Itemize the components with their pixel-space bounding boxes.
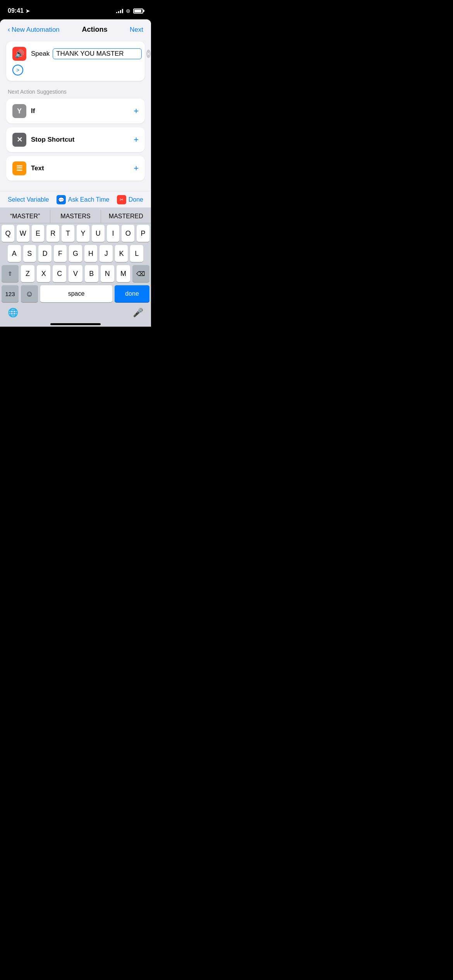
speak-text-input[interactable] [53, 48, 142, 59]
key-z[interactable]: Z [21, 265, 34, 282]
time-display: 09:41 [8, 7, 24, 14]
wifi-icon: ⊛ [126, 8, 130, 14]
key-j[interactable]: J [100, 245, 113, 262]
chevron-right-icon: > [16, 67, 19, 73]
nav-bar: ‹ New Automation Actions Next [0, 19, 151, 38]
microphone-icon[interactable]: 🎤 [133, 308, 143, 318]
status-bar: 09:41 ➤ ⊛ [0, 0, 151, 19]
space-key[interactable]: space [40, 285, 112, 302]
location-icon: ➤ [26, 8, 30, 14]
space-label: space [68, 290, 85, 297]
ask-each-time-button[interactable]: 💬 Ask Each Time [57, 195, 110, 204]
key-d[interactable]: D [38, 245, 51, 262]
key-o[interactable]: O [122, 225, 134, 242]
main-content: ‹ New Automation Actions Next 🔊 Speak ✕ [0, 19, 151, 327]
keyboard-suggestions: “MASTER” MASTERS MASTERED [0, 210, 151, 223]
suggestion-item-text[interactable]: ☰ Text + [6, 156, 145, 181]
key-p[interactable]: P [137, 225, 149, 242]
content-area: 🔊 Speak ✕ > Next Action Suggestions [0, 38, 151, 191]
page-title: Actions [82, 26, 107, 34]
add-if-button[interactable]: + [134, 106, 139, 116]
key-q[interactable]: Q [2, 225, 14, 242]
key-m[interactable]: M [117, 265, 130, 282]
ask-each-time-label: Ask Each Time [68, 196, 110, 203]
speak-icon: 🔊 [12, 47, 26, 61]
suggestion-word-2[interactable]: MASTERS [50, 210, 101, 223]
text-label: Text [31, 164, 129, 172]
speak-action-text: Speak [31, 48, 142, 59]
backspace-key[interactable]: ⌫ [132, 265, 149, 282]
text-icon: ☰ [12, 161, 26, 175]
status-icons: ⊛ [116, 8, 143, 14]
done-key-label: done [125, 290, 139, 297]
speak-label: Speak [31, 50, 50, 58]
suggestion-word-3[interactable]: MASTERED [101, 210, 151, 223]
status-time: 09:41 ➤ [8, 7, 30, 14]
next-button[interactable]: Next [130, 26, 143, 34]
signal-bars [116, 9, 123, 13]
key-f[interactable]: F [54, 245, 67, 262]
key-h[interactable]: H [84, 245, 98, 262]
key-g[interactable]: G [69, 245, 82, 262]
chevron-left-icon: ‹ [8, 26, 10, 34]
globe-icon[interactable]: 🌐 [8, 308, 18, 318]
key-k[interactable]: K [115, 245, 128, 262]
key-v[interactable]: V [69, 265, 82, 282]
keyboard: “MASTER” MASTERS MASTERED Q W E R T Y U … [0, 207, 151, 327]
emoji-key[interactable]: ☺ [21, 285, 38, 302]
action-card-speak: 🔊 Speak ✕ > [6, 41, 145, 81]
key-e[interactable]: E [32, 225, 45, 242]
key-y[interactable]: Y [77, 225, 89, 242]
shift-key[interactable]: ⇧ [2, 265, 19, 282]
key-u[interactable]: U [92, 225, 105, 242]
done-icon: ✂ [117, 195, 126, 204]
done-key[interactable]: done [115, 285, 149, 302]
suggestion-word-1[interactable]: “MASTER” [0, 210, 50, 223]
nav-back-button[interactable]: ‹ New Automation [8, 26, 60, 34]
key-c[interactable]: C [53, 265, 66, 282]
close-icon: ✕ [146, 51, 151, 57]
add-text-button[interactable]: + [134, 163, 139, 173]
ask-icon: 💬 [57, 195, 66, 204]
numbers-key[interactable]: 123 [2, 285, 19, 302]
key-x[interactable]: X [37, 265, 50, 282]
bottom-toolbar: Select Variable 💬 Ask Each Time ✂ Done [0, 191, 151, 207]
key-n[interactable]: N [101, 265, 114, 282]
add-stop-shortcut-button[interactable]: + [134, 135, 139, 145]
suggestions-section-label: Next Action Suggestions [8, 89, 145, 95]
key-t[interactable]: T [62, 225, 74, 242]
suggestion-item-if[interactable]: Y If + [6, 99, 145, 123]
home-indicator [0, 321, 151, 327]
expand-button[interactable]: > [12, 65, 23, 75]
keyboard-row-1: Q W E R T Y U I O P [0, 225, 151, 242]
suggestion-item-stop-shortcut[interactable]: ✕ Stop Shortcut + [6, 127, 145, 152]
key-s[interactable]: S [23, 245, 36, 262]
key-i[interactable]: I [107, 225, 120, 242]
stop-shortcut-icon: ✕ [12, 133, 26, 147]
key-w[interactable]: W [17, 225, 29, 242]
keyboard-row-3: ⇧ Z X C V B N M ⌫ [0, 265, 151, 282]
key-l[interactable]: L [130, 245, 143, 262]
done-label: Done [129, 196, 143, 203]
back-label: New Automation [12, 26, 60, 34]
keyboard-row-2: A S D F G H J K L [0, 245, 151, 262]
key-a[interactable]: A [8, 245, 21, 262]
keyboard-row-bottom: 123 ☺ space done [0, 285, 151, 302]
if-label: If [31, 107, 129, 115]
battery-fill [134, 10, 141, 12]
select-variable-button[interactable]: Select Variable [8, 196, 49, 203]
stop-shortcut-label: Stop Shortcut [31, 136, 129, 144]
done-toolbar-button[interactable]: ✂ Done [117, 195, 143, 204]
clear-button[interactable]: ✕ [146, 50, 151, 58]
battery-icon [133, 9, 143, 14]
key-b[interactable]: B [85, 265, 98, 282]
home-bar [50, 323, 101, 325]
key-r[interactable]: R [46, 225, 59, 242]
keyboard-extras: 🌐 🎤 [0, 305, 151, 321]
if-icon: Y [12, 104, 26, 118]
